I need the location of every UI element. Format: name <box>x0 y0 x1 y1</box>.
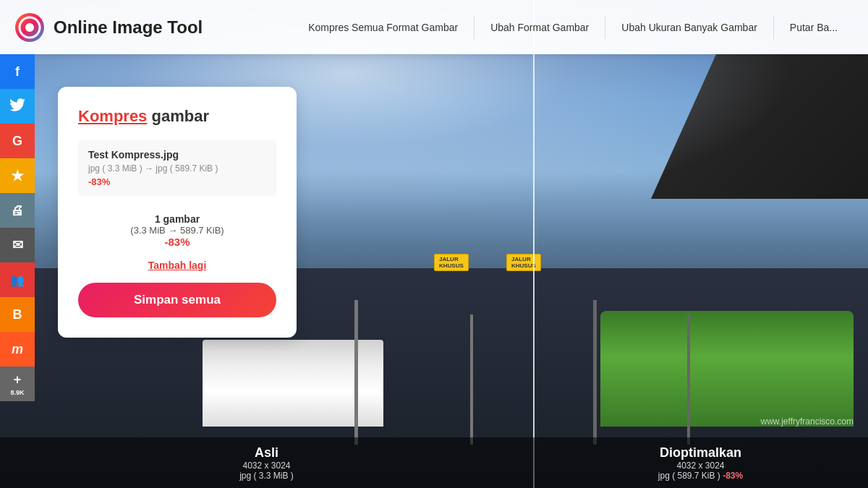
bottom-label-optimized: Dioptimalkan 4032 x 3024 jpg ( 589.7 KiB… <box>533 437 868 488</box>
lamp-post-4 <box>687 314 690 445</box>
facebook-icon: f <box>15 64 20 80</box>
nav-ubah-format[interactable]: Ubah Format Gambar <box>475 16 605 39</box>
header: Online Image Tool Kompres Semua Format G… <box>0 0 868 54</box>
lamp-post-2 <box>470 314 473 445</box>
bottom-label-original: Asli 4032 x 3024 jpg ( 3.3 MiB ) <box>0 437 533 488</box>
sidebar-facebook-button[interactable]: f <box>0 54 35 89</box>
file-info: jpg ( 3.3 MiB ) → jpg ( 589.7 KiB ) <box>88 163 266 174</box>
email-icon: ✉ <box>12 237 23 253</box>
mix-icon: m <box>12 342 23 357</box>
optimized-size: jpg ( 589.7 KiB ) -83% <box>658 471 743 481</box>
sidebar-twitter-button[interactable] <box>0 89 35 124</box>
sidebar-google-button[interactable]: G <box>0 124 35 158</box>
sidebar-email-button[interactable]: ✉ <box>0 228 35 262</box>
add-more-link[interactable]: Tambah lagi <box>78 260 276 271</box>
logo-icon <box>14 12 45 43</box>
save-all-button[interactable]: Simpan semua <box>78 283 276 317</box>
file-reduction: -83% <box>88 176 266 187</box>
lamp-post-1 <box>354 300 358 445</box>
sidebar-blogger-button[interactable]: B <box>0 297 35 332</box>
print-icon: 🖨 <box>11 203 24 218</box>
sidebar-mix-button[interactable]: m <box>0 332 35 367</box>
optimized-reduction: -83% <box>723 471 743 481</box>
share-count: 8.9K <box>10 389 24 396</box>
logo-area: Online Image Tool <box>14 12 203 43</box>
summary-count: 1 gambar <box>78 213 276 225</box>
plus-icon: + <box>14 372 22 388</box>
blogger-icon: B <box>13 307 22 322</box>
file-name: Test Kompress.jpg <box>88 149 266 160</box>
star-icon: ★ <box>11 167 24 184</box>
nav-putar[interactable]: Putar Ba... <box>774 16 854 39</box>
google-icon: G <box>12 134 22 149</box>
sign-jalur-1: JALURKHUSUS <box>434 254 469 271</box>
panel-title-highlight: Kompres <box>78 107 147 125</box>
compress-panel: Kompres gambar Test Kompress.jpg jpg ( 3… <box>58 87 297 338</box>
summary-section: 1 gambar (3.3 MiB → 589.7 KiB) -83% <box>78 213 276 248</box>
nav-ubah-ukuran[interactable]: Ubah Ukuran Banyak Gambar <box>605 16 774 39</box>
app-title: Online Image Tool <box>54 17 203 38</box>
original-dimensions: 4032 x 3024 <box>242 461 290 471</box>
panel-title-rest: gambar <box>147 107 209 125</box>
nav-kompres[interactable]: Kompres Semua Format Gambar <box>292 16 475 39</box>
twitter-icon <box>9 98 25 115</box>
sidebar-print-button[interactable]: 🖨 <box>0 193 35 228</box>
lamp-post-3 <box>593 300 597 445</box>
sidebar-more-button[interactable]: + 8.9K <box>0 367 35 401</box>
watermark: www.jeffryfrancisco.com <box>761 416 854 427</box>
sidebar-bookmark-button[interactable]: ★ <box>0 158 35 193</box>
sidebar-group-button[interactable]: 👥 <box>0 262 35 297</box>
summary-percentage: -83% <box>78 236 276 248</box>
original-size: jpg ( 3.3 MiB ) <box>239 471 294 481</box>
summary-size: (3.3 MiB → 589.7 KiB) <box>78 225 276 236</box>
optimized-label-title: Dioptimalkan <box>660 445 741 461</box>
sign-jalur-2: JALURKHUSUS <box>506 254 541 271</box>
group-icon: 👥 <box>10 273 25 287</box>
svg-point-2 <box>25 23 34 32</box>
original-label-title: Asli <box>255 445 278 461</box>
panel-title: Kompres gambar <box>78 107 276 126</box>
split-divider <box>533 0 535 488</box>
nav-menu: Kompres Semua Format Gambar Ubah Format … <box>292 16 854 39</box>
sidebar: f G ★ 🖨 ✉ 👥 B m + 8.9K <box>0 54 35 401</box>
train-right <box>600 311 854 427</box>
optimized-dimensions: 4032 x 3024 <box>676 461 724 471</box>
file-item: Test Kompress.jpg jpg ( 3.3 MiB ) → jpg … <box>78 140 276 196</box>
